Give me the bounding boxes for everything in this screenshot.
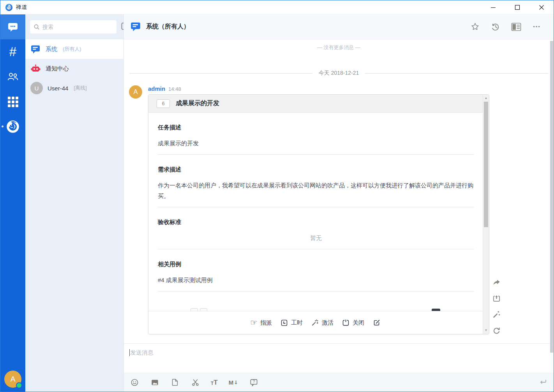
magic-wand-icon[interactable] bbox=[492, 310, 501, 319]
rail-item-zentao[interactable] bbox=[0, 114, 25, 139]
more-options-icon[interactable]: ••• bbox=[532, 22, 542, 32]
activate-label: 激活 bbox=[322, 319, 333, 327]
section-heading: 验收标准 bbox=[158, 219, 474, 226]
message-hover-actions bbox=[492, 278, 501, 335]
export-icon[interactable] bbox=[492, 294, 501, 303]
section-content: 作为一名本公司的用户，我希望可以在成果展示看到该公司网站的吹产品，这样可以方便我… bbox=[158, 180, 474, 201]
log-hours-button[interactable]: 工时 bbox=[280, 319, 303, 327]
chat-header: 系统（所有人） bbox=[124, 14, 554, 39]
rail-item-apps[interactable] bbox=[0, 89, 25, 114]
send-enter-icon[interactable] bbox=[538, 378, 548, 387]
svg-text:?: ? bbox=[252, 380, 255, 384]
sidebar-item-title: 通知中心 bbox=[46, 65, 69, 72]
no-more-messages-text: — 没有更多消息 — bbox=[124, 44, 554, 51]
date-divider: 今天 2018-12-21 bbox=[129, 70, 548, 77]
message-composer[interactable]: 发送消息 bbox=[124, 343, 554, 373]
section-content: #4 成果展示测试用例 bbox=[158, 275, 474, 285]
app-window: 禅道 bbox=[0, 0, 554, 392]
conversation-sidebar: 系统 (所有人) 通知中心 U User-44 [离线] bbox=[25, 14, 124, 392]
composer-toolbar: TT M↓ ? bbox=[124, 373, 554, 392]
section-content: 成果展示的开发 bbox=[158, 138, 474, 148]
sidebar-item-title: 系统 bbox=[46, 46, 57, 53]
robot-icon bbox=[30, 64, 41, 74]
file-icon[interactable] bbox=[170, 378, 180, 387]
app-logo-icon bbox=[5, 4, 13, 11]
chat-main: 系统（所有人） bbox=[124, 14, 554, 392]
sidebar-item-system[interactable]: 系统 (所有人) bbox=[25, 39, 124, 59]
screenshot-scissors-icon[interactable] bbox=[191, 378, 200, 387]
refresh-icon[interactable] bbox=[492, 326, 501, 335]
assign-label: 指派 bbox=[260, 319, 272, 327]
user-avatar: U bbox=[30, 82, 43, 94]
hours-label: 工时 bbox=[291, 319, 303, 327]
message-list: — 没有更多消息 — 今天 2018-12-21 A admin 14:48 bbox=[124, 39, 554, 343]
assign-hand-icon: ☞ bbox=[250, 319, 258, 327]
edit-pencil-icon bbox=[372, 318, 381, 327]
favorite-star-icon[interactable] bbox=[470, 22, 480, 32]
chat-bubble-icon bbox=[7, 21, 19, 32]
rail-item-contacts[interactable] bbox=[0, 64, 25, 89]
scroll-down-arrow[interactable]: ▼ bbox=[483, 328, 489, 333]
rail-indicator-dot bbox=[2, 125, 4, 127]
main-scrollbar-thumb[interactable] bbox=[550, 41, 553, 353]
text-format-icon[interactable]: TT bbox=[211, 379, 218, 386]
task-card: 6 成果展示的开发 任务描述 成果展示的开发 需求描述 作为一名本公司的用户，我… bbox=[148, 94, 489, 334]
close-button[interactable] bbox=[529, 0, 554, 14]
sidebar-item-title: User-44 bbox=[48, 85, 68, 92]
current-user-avatar[interactable]: A bbox=[4, 371, 21, 388]
history-icon[interactable] bbox=[490, 22, 501, 32]
sidebar-item-suffix: (所有人) bbox=[63, 46, 81, 53]
activate-button[interactable]: 激活 bbox=[311, 319, 333, 327]
close-label: 关闭 bbox=[353, 319, 364, 327]
chat-title: 系统（所有人） bbox=[146, 23, 190, 31]
markdown-icon[interactable]: M↓ bbox=[229, 379, 238, 386]
assign-button[interactable]: ☞ 指派 bbox=[250, 319, 272, 327]
sidebar-item-user44[interactable]: U User-44 [离线] bbox=[25, 78, 124, 98]
scrollbar-thumb[interactable] bbox=[484, 102, 488, 227]
work-hours-icon bbox=[280, 319, 288, 327]
sidebar-item-notifications[interactable]: 通知中心 bbox=[25, 59, 124, 78]
offline-badge: [离线] bbox=[74, 85, 86, 92]
search-box[interactable] bbox=[30, 20, 116, 34]
task-id-badge: 6 bbox=[157, 99, 170, 108]
system-chat-icon bbox=[30, 44, 41, 54]
message-row: A admin 14:48 6 成果展示的开发 任务描述 bbox=[124, 85, 554, 334]
apps-grid-icon bbox=[8, 97, 18, 107]
scroll-up-arrow[interactable]: ▲ bbox=[483, 95, 489, 101]
edit-task-button[interactable] bbox=[372, 318, 381, 327]
task-action-bar: ☞ 指派 工时 bbox=[148, 311, 483, 334]
search-icon bbox=[34, 24, 40, 30]
sender-name[interactable]: admin bbox=[148, 85, 165, 92]
rail-item-chats[interactable] bbox=[0, 14, 25, 39]
card-scrollbar[interactable]: ▲ ▼ bbox=[483, 95, 489, 334]
side-panel-icon[interactable] bbox=[511, 22, 521, 32]
contacts-icon bbox=[7, 72, 19, 82]
system-chat-icon bbox=[130, 21, 141, 32]
sender-avatar[interactable]: A bbox=[129, 85, 142, 99]
image-icon[interactable] bbox=[150, 378, 159, 387]
rail-item-channels[interactable]: # bbox=[0, 39, 25, 64]
online-status-dot bbox=[16, 382, 22, 388]
help-icon[interactable]: ? bbox=[249, 378, 258, 387]
task-title: 成果展示的开发 bbox=[176, 99, 219, 108]
title-bar: 禅道 bbox=[0, 0, 554, 14]
text-caret bbox=[129, 349, 130, 356]
section-content-empty: 暂无 bbox=[158, 233, 474, 243]
composer-placeholder: 发送消息 bbox=[130, 349, 153, 356]
date-divider-label: 今天 2018-12-21 bbox=[319, 70, 359, 77]
power-icon bbox=[342, 319, 350, 327]
emoji-icon[interactable] bbox=[130, 378, 139, 387]
forward-icon[interactable] bbox=[492, 278, 501, 287]
minimize-button[interactable] bbox=[481, 0, 505, 14]
magic-wand-icon bbox=[311, 319, 319, 327]
zentao-logo-icon bbox=[6, 120, 20, 134]
section-heading: 需求描述 bbox=[158, 166, 474, 173]
task-card-header: 6 成果展示的开发 bbox=[148, 95, 489, 113]
maximize-button[interactable] bbox=[505, 0, 529, 14]
search-input[interactable] bbox=[42, 24, 113, 30]
nav-rail: # bbox=[0, 14, 25, 392]
close-task-button[interactable]: 关闭 bbox=[342, 319, 364, 327]
section-heading: 相关用例 bbox=[158, 261, 474, 268]
message-time: 14:48 bbox=[168, 86, 181, 92]
hash-icon: # bbox=[9, 44, 16, 59]
